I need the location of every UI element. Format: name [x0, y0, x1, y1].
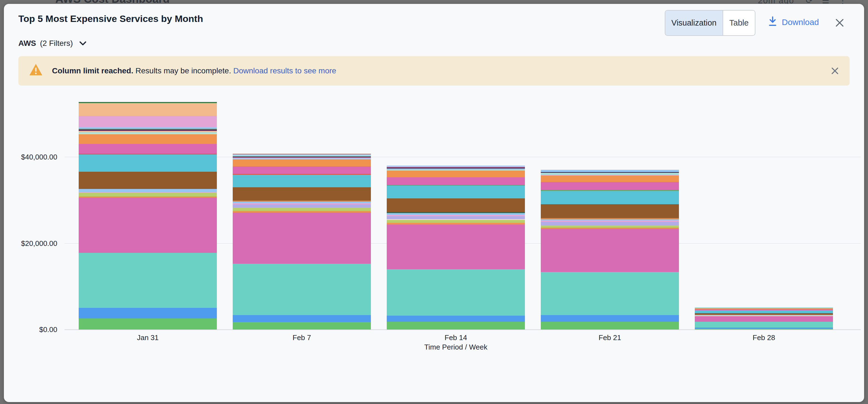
bar-segment[interactable] [79, 155, 217, 172]
bar-segment[interactable] [541, 225, 679, 228]
x-tick-label: Jan 31 [106, 333, 190, 342]
bar-feb-14[interactable] [387, 166, 525, 330]
bar-segment[interactable] [79, 253, 217, 308]
backdrop-strip: AWS Cost Dashboard 20m ago ⟳ ☰ ⋮ [0, 0, 868, 4]
bar-segment[interactable] [541, 204, 679, 218]
backdrop-updated-text: 20m ago [758, 0, 794, 4]
bar-feb-21[interactable] [541, 170, 679, 330]
bar-segment[interactable] [233, 315, 371, 322]
warning-message: Column limit reached. Results may be inc… [52, 56, 336, 86]
bar-segment[interactable] [233, 264, 371, 315]
bar-segment[interactable] [541, 170, 679, 172]
bar-segment[interactable] [387, 322, 525, 330]
bar-segment[interactable] [387, 213, 525, 215]
bar-segment[interactable] [387, 177, 525, 185]
bar-segment[interactable] [233, 208, 371, 211]
x-axis-title: Time Period / Week [424, 343, 487, 351]
x-tick-label: Feb 7 [260, 333, 344, 342]
tab-table[interactable]: Table [723, 10, 755, 35]
filter-source-label: AWS [18, 39, 36, 48]
bar-segment[interactable] [387, 220, 525, 223]
bar-segment[interactable] [387, 316, 525, 322]
y-tick-label: $0.00 [10, 325, 57, 334]
y-tick-label: $40,000.00 [10, 153, 57, 162]
bar-segment[interactable] [233, 187, 371, 201]
bar-segment[interactable] [233, 204, 371, 208]
bar-segment[interactable] [541, 182, 679, 190]
bar-segment[interactable] [695, 322, 833, 328]
y-tick-label: $20,000.00 [10, 239, 57, 247]
bar-segment[interactable] [79, 134, 217, 144]
backdrop-toolbar-fragment: 20m ago ⟳ ☰ ⋮ [758, 0, 847, 4]
download-button[interactable]: Download [768, 14, 819, 31]
bar-segment[interactable] [541, 229, 679, 272]
warning-bold-text: Column limit reached. [52, 66, 133, 75]
bar-segment[interactable] [387, 186, 525, 198]
warning-regular-text: Results may be incomplete. [133, 66, 234, 75]
bar-segment[interactable] [79, 189, 217, 192]
filter-dropdown[interactable]: AWS (2 Filters) [18, 38, 87, 49]
bar-segment[interactable] [541, 191, 679, 204]
bar-segment[interactable] [541, 315, 679, 322]
download-results-link[interactable]: Download results to see more [233, 66, 336, 75]
bar-segment[interactable] [695, 316, 833, 322]
chevron-down-icon [79, 40, 87, 48]
bar-segment[interactable] [541, 222, 679, 225]
bar-segment[interactable] [695, 310, 833, 313]
bar-feb-28[interactable] [695, 307, 833, 330]
bar-segment[interactable] [233, 160, 371, 166]
warning-triangle-icon [29, 63, 43, 77]
column-limit-warning-banner: Column limit reached. Results may be inc… [18, 56, 850, 86]
bar-segment[interactable] [79, 103, 217, 116]
download-icon [768, 16, 777, 29]
bar-segment[interactable] [387, 269, 525, 316]
bar-segment[interactable] [387, 216, 525, 219]
x-tick-label: Feb 21 [568, 333, 652, 342]
bar-segment[interactable] [541, 173, 679, 175]
bar-segment[interactable] [79, 198, 217, 253]
filter-count-label: (2 Filters) [40, 39, 73, 48]
bar-segment[interactable] [541, 272, 679, 315]
bar-segment[interactable] [79, 172, 217, 189]
download-label: Download [782, 18, 819, 27]
bar-segment[interactable] [233, 322, 371, 330]
bar-segment[interactable] [387, 225, 525, 269]
page-title: Top 5 Most Expensive Services by Month [18, 13, 203, 24]
bar-jan-31[interactable] [79, 102, 217, 330]
bar-segment[interactable] [695, 329, 833, 330]
banner-close-icon[interactable] [830, 66, 840, 75]
modal-close-icon[interactable] [834, 17, 845, 28]
bar-segment[interactable] [233, 175, 371, 187]
bar-feb-7[interactable] [233, 154, 371, 330]
bar-segment[interactable] [541, 322, 679, 330]
bar-segment[interactable] [79, 193, 217, 196]
bar-segment[interactable] [387, 198, 525, 212]
view-toggle: Visualization Table [665, 10, 755, 36]
tab-visualization[interactable]: Visualization [665, 10, 723, 35]
bar-segment[interactable] [541, 176, 679, 182]
bar-segment[interactable] [79, 116, 217, 127]
bar-segment[interactable] [79, 308, 217, 318]
bar-segment[interactable] [79, 144, 217, 154]
x-tick-label: Feb 28 [722, 333, 806, 342]
bar-segment[interactable] [233, 212, 371, 264]
bar-segment[interactable] [233, 166, 371, 174]
backdrop-dashboard-title: AWS Cost Dashboard [55, 0, 169, 4]
x-tick-label: Feb 14 [414, 333, 498, 342]
bar-segment[interactable] [387, 171, 525, 177]
bar-segment[interactable] [79, 318, 217, 330]
